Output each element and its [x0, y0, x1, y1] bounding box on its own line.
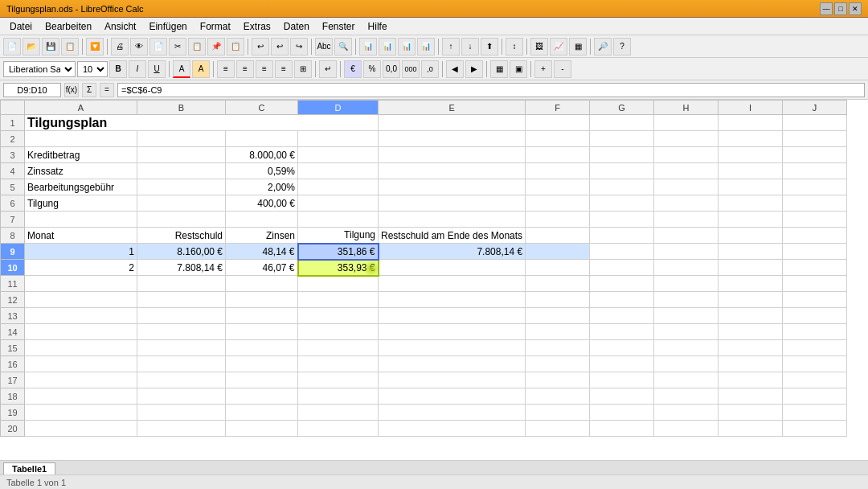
- col-header-J[interactable]: J: [783, 101, 847, 115]
- cell-A2[interactable]: [25, 131, 137, 147]
- cell-A3[interactable]: Kreditbetrag: [25, 147, 137, 163]
- chart4-button[interactable]: 📊: [417, 38, 435, 55]
- close-button[interactable]: ✕: [849, 2, 862, 15]
- cell-D8[interactable]: Tilgung: [298, 228, 379, 244]
- col-header-C[interactable]: C: [226, 101, 298, 115]
- maximize-button[interactable]: □: [834, 2, 847, 15]
- find-button[interactable]: 🔍: [334, 38, 352, 55]
- menu-datei[interactable]: Datei: [3, 19, 39, 34]
- undo-button[interactable]: ↩: [252, 38, 269, 55]
- cell-C3[interactable]: 8.000,00 €: [226, 147, 298, 163]
- cell-H8[interactable]: [654, 228, 719, 244]
- col-header-D[interactable]: D: [298, 101, 379, 115]
- cell-D7[interactable]: [298, 212, 379, 228]
- cell-D9[interactable]: 351,86 €: [298, 244, 379, 260]
- col-header-F[interactable]: F: [526, 101, 590, 115]
- chart3-button[interactable]: 📊: [398, 38, 416, 55]
- menu-daten[interactable]: Daten: [277, 19, 316, 34]
- align-right-button[interactable]: ≡: [256, 60, 273, 78]
- cut-button[interactable]: ✂: [169, 38, 186, 55]
- col-header-H[interactable]: H: [654, 101, 719, 115]
- cell-B8[interactable]: Restschuld: [137, 228, 226, 244]
- cell-A1[interactable]: Tilgungsplan: [25, 115, 379, 131]
- cell-A6[interactable]: Tilgung: [25, 195, 137, 212]
- cell-G8[interactable]: [590, 228, 654, 244]
- cell-B3[interactable]: [137, 147, 226, 163]
- menu-hilfe[interactable]: Hilfe: [362, 19, 394, 34]
- dec-dec-button[interactable]: -: [554, 60, 571, 78]
- open-button[interactable]: 📂: [23, 38, 40, 55]
- cell-J3[interactable]: [783, 147, 847, 163]
- cell-D10[interactable]: 353,93 €: [298, 260, 379, 276]
- cell-H3[interactable]: [654, 147, 719, 163]
- cell-E5[interactable]: [379, 179, 526, 195]
- cell-D3[interactable]: [298, 147, 379, 163]
- cell-E4[interactable]: [379, 163, 526, 179]
- chart2-button[interactable]: 📊: [379, 38, 396, 55]
- cell-F7[interactable]: [526, 212, 590, 228]
- merge-button[interactable]: ⊞: [294, 60, 312, 78]
- spellcheck-button[interactable]: Abc: [315, 38, 333, 55]
- cell-I1[interactable]: [719, 115, 783, 131]
- indent-right-button[interactable]: ▶: [465, 60, 483, 78]
- cell-G9[interactable]: [590, 244, 654, 260]
- col-header-G[interactable]: G: [590, 101, 654, 115]
- menu-ansicht[interactable]: Ansicht: [98, 19, 142, 34]
- cell-B7[interactable]: [137, 212, 226, 228]
- cell-G3[interactable]: [590, 147, 654, 163]
- percent-button[interactable]: %: [363, 60, 381, 78]
- window-controls[interactable]: — □ ✕: [820, 2, 862, 15]
- save2-button[interactable]: 📋: [61, 38, 79, 55]
- underline-button[interactable]: U: [148, 60, 166, 78]
- highlight-button[interactable]: A: [192, 60, 210, 78]
- arrow-down-button[interactable]: ↓: [461, 38, 479, 55]
- cell-G1[interactable]: [590, 115, 654, 131]
- cell-E2[interactable]: [379, 131, 526, 147]
- cell-B5[interactable]: [137, 179, 226, 195]
- paste2-button[interactable]: 📋: [227, 38, 244, 55]
- cell-A7[interactable]: [25, 212, 137, 228]
- cell-J10[interactable]: [783, 260, 847, 276]
- formula-input[interactable]: [117, 83, 865, 97]
- cell-F8[interactable]: [526, 228, 590, 244]
- cell-D6[interactable]: [298, 195, 379, 212]
- redo-button[interactable]: ↪: [290, 38, 308, 55]
- help2-button[interactable]: ?: [613, 38, 631, 55]
- thousands-button[interactable]: 000: [402, 60, 420, 78]
- cell-F3[interactable]: [526, 147, 590, 163]
- cell-B10[interactable]: 7.808,14 €: [137, 260, 226, 276]
- cell-C9[interactable]: 48,14 €: [226, 244, 298, 260]
- cell-E6[interactable]: [379, 195, 526, 212]
- col-header-A[interactable]: A: [25, 101, 137, 115]
- cell-G4[interactable]: [590, 163, 654, 179]
- cell-D4[interactable]: [298, 163, 379, 179]
- cell-D5[interactable]: [298, 179, 379, 195]
- cell-F5[interactable]: [526, 179, 590, 195]
- bold-button[interactable]: B: [109, 60, 127, 78]
- cell-B9[interactable]: 8.160,00 €: [137, 244, 226, 260]
- cell-G10[interactable]: [590, 260, 654, 276]
- chart5-button[interactable]: 📈: [550, 38, 567, 55]
- cell-A10[interactable]: 2: [25, 260, 137, 276]
- font-size-select[interactable]: 10: [77, 61, 108, 77]
- cell-I3[interactable]: [719, 147, 783, 163]
- cell-C4[interactable]: 0,59%: [226, 163, 298, 179]
- sum-button[interactable]: Σ: [82, 83, 96, 97]
- cell-G5[interactable]: [590, 179, 654, 195]
- cell-H6[interactable]: [654, 195, 719, 212]
- filter-button[interactable]: 🔽: [86, 38, 104, 55]
- new-button[interactable]: 📄: [3, 38, 21, 55]
- cell-J6[interactable]: [783, 195, 847, 212]
- col-header-I[interactable]: I: [719, 101, 783, 115]
- cell-J9[interactable]: [783, 244, 847, 260]
- cell-F1[interactable]: [526, 115, 590, 131]
- formula-accept-button[interactable]: =: [100, 83, 114, 97]
- cell-C10[interactable]: 46,07 €: [226, 260, 298, 276]
- cell-H9[interactable]: [654, 244, 719, 260]
- cell-I5[interactable]: [719, 179, 783, 195]
- cell-G7[interactable]: [590, 212, 654, 228]
- cell-E9[interactable]: 7.808,14 €: [379, 244, 526, 260]
- cell-J5[interactable]: [783, 179, 847, 195]
- cell-I9[interactable]: [719, 244, 783, 260]
- cell-H7[interactable]: [654, 212, 719, 228]
